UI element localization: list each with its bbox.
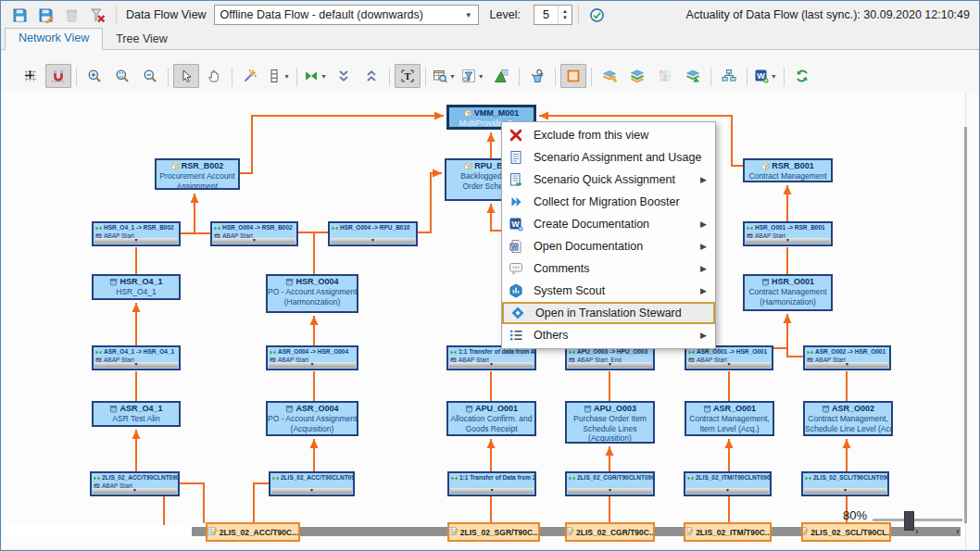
spinner-arrows[interactable]: ▲▼: [558, 6, 572, 24]
transformation-t14[interactable]: 2LIS_02_CGR/T90CLNT090 ->...▼: [565, 471, 655, 496]
chevron-down-icon[interactable]: ▼: [771, 73, 777, 80]
collapse-bar[interactable]: ▼: [806, 362, 888, 368]
zoom-slider-track[interactable]: [873, 519, 962, 521]
layers-button[interactable]: [624, 64, 650, 88]
node-asr_o4_1[interactable]: ASR_O4_1ASR Test Alin: [92, 401, 181, 427]
menu-item-scenario-assignment-and-usage[interactable]: Scenario Assignment and Usage: [502, 146, 715, 169]
level-spinner[interactable]: 5 ▲▼: [534, 5, 572, 25]
collapse-bar[interactable]: ▼: [450, 488, 534, 494]
pan-hand-button[interactable]: [201, 64, 227, 88]
collapse-bar[interactable]: ▼: [746, 238, 830, 244]
datasource-d1[interactable]: 2LIS_02_ACC/T90C...: [206, 522, 300, 542]
collapse-up-button[interactable]: [358, 64, 384, 88]
transformation-t16[interactable]: 2LIS_02_SCL/T90CLNT090 ->...▼: [801, 471, 889, 496]
spinner-down-icon[interactable]: ▼: [562, 15, 568, 21]
collapse-bar[interactable]: ▼: [269, 362, 356, 368]
chart-triangle-button[interactable]: [488, 64, 514, 88]
color-grid-button[interactable]: [652, 64, 678, 88]
transformation-t10[interactable]: ASR_O002 -> HSR_O001ABAP Start▼: [803, 345, 891, 370]
word-export-button[interactable]: W▼: [752, 64, 779, 88]
transformation-t3[interactable]: HSR_O004 -> RPU_B010▼: [328, 221, 418, 246]
chevron-down-icon[interactable]: ▼: [283, 73, 290, 80]
node-hsr_o001[interactable]: HSR_O001Contract Management(Harmonizatio…: [743, 274, 833, 311]
node-asr_o002[interactable]: ASR_O002Contract Management,Schedule Lin…: [803, 401, 893, 436]
node-asr_o001[interactable]: ASR_O001Contract Management,Item Level (…: [685, 401, 774, 436]
refresh-button[interactable]: [789, 64, 815, 88]
node-asr_o004[interactable]: ASR_O004PO - Account Assignment(Acquisit…: [266, 401, 358, 436]
actuality-clock-icon[interactable]: [586, 4, 609, 26]
datasource-d2[interactable]: 2LIS_02_SGR/T90C...: [447, 522, 540, 542]
node-rsr_b002[interactable]: RSR_B002Procurement AccountAssignment: [155, 158, 240, 190]
table-search-button[interactable]: ▼: [431, 64, 458, 88]
transformation-t13[interactable]: 1:1 Transfer of Data from 2LIS...▼: [447, 471, 536, 496]
chevron-down-icon[interactable]: ▼: [449, 73, 456, 80]
transformation-t6[interactable]: ASR_O004 -> HSR_O004ABAP Start▼: [266, 345, 358, 370]
grid-snap-button[interactable]: [18, 64, 44, 88]
collapse-bar[interactable]: ▼: [213, 238, 295, 244]
menu-item-comments[interactable]: Comments▶: [502, 257, 715, 280]
zoom-in-button[interactable]: [82, 64, 107, 88]
menu-item-open-in-translation-steward[interactable]: Open in Translation Steward: [502, 302, 715, 324]
transformation-button[interactable]: ▼: [302, 64, 329, 88]
vertical-scrollbar[interactable]: [964, 127, 967, 523]
filter-button[interactable]: ▼: [459, 64, 486, 88]
magic-wand-button[interactable]: [237, 64, 263, 88]
spinner-up-icon[interactable]: ▲: [562, 8, 568, 15]
system-scout-button[interactable]: [524, 64, 550, 88]
tab-tree-view[interactable]: Tree View: [103, 30, 181, 50]
magnet-button[interactable]: [45, 64, 71, 88]
zoom-fit-button[interactable]: [109, 64, 135, 88]
delete-x-button[interactable]: [86, 4, 108, 26]
chevron-down-icon[interactable]: ▼: [478, 73, 484, 80]
menu-item-create-documentation[interactable]: WCreate Documentation▶: [502, 213, 715, 235]
collapse-bar[interactable]: ▼: [271, 488, 352, 494]
datasource-d4[interactable]: 2LIS_02_ITM/T90C...: [684, 522, 772, 542]
collapse-bar[interactable]: ▼: [94, 238, 178, 244]
save-edit-button[interactable]: [34, 4, 57, 26]
menu-item-system-scout[interactable]: System Scout▶: [502, 280, 715, 302]
filmstrip-button[interactable]: ▼: [265, 64, 292, 88]
collapse-bar[interactable]: ▼: [804, 488, 886, 494]
text-mode-button[interactable]: T: [395, 64, 421, 88]
menu-item-exclude-from-this-view[interactable]: Exclude from this view: [502, 124, 715, 146]
transformation-t11[interactable]: 2LIS_02_ACC/T90CLNT090 ->...ABAP Start▼: [90, 471, 180, 496]
cursor-button[interactable]: [173, 64, 199, 88]
expand-down-button[interactable]: [331, 64, 357, 88]
node-apu_o003[interactable]: APU_O003Purchase Order ItemSchedule Line…: [565, 401, 655, 444]
vertical-scrollbar-track[interactable]: [965, 92, 978, 549]
zoom-out-button[interactable]: [137, 64, 163, 88]
collapse-bar[interactable]: ▼: [568, 362, 652, 368]
transformation-t15[interactable]: 2LIS_02_ITM/T90CLNT090 ->...▼: [684, 471, 772, 496]
collapse-bar[interactable]: ▼: [568, 488, 652, 494]
transformation-t2[interactable]: HSR_O004 -> RSR_B002ABAP Start▼: [210, 221, 298, 246]
menu-item-scenario-quick-assignment[interactable]: Scenario Quick Assignment▶: [502, 169, 715, 191]
transformation-t9[interactable]: ASR_O001 -> HSR_O001ABAP Start▼: [685, 345, 773, 370]
layers-edit-button[interactable]: [597, 64, 622, 88]
tab-network-view[interactable]: Network View: [5, 28, 103, 50]
layers-export-button[interactable]: [680, 64, 706, 88]
menu-item-collect-for-migration-booster[interactable]: Collect for Migration Booster: [502, 191, 715, 213]
data-flow-dropdown[interactable]: Offline Data Flow - default (downwards) …: [214, 5, 479, 25]
collapse-bar[interactable]: ▼: [687, 362, 771, 368]
collapse-bar[interactable]: ▼: [93, 488, 177, 494]
collapse-bar[interactable]: ▼: [94, 362, 178, 368]
transformation-t5[interactable]: ASR_O4_1 -> HSR_O4_1ABAP Start▼: [92, 345, 181, 370]
org-tree-button[interactable]: [716, 64, 742, 88]
orange-frame-button[interactable]: [560, 64, 586, 88]
collapse-bar[interactable]: ▼: [449, 362, 534, 368]
save-button[interactable]: [8, 4, 31, 26]
zoom-slider-thumb[interactable]: [904, 511, 914, 531]
menu-item-others[interactable]: Others▶: [502, 324, 715, 346]
node-apu_o001[interactable]: APU_O001Allocation Confirm. andGoods Rec…: [446, 401, 536, 436]
node-rsr_b001[interactable]: RSR_B001Contract Management: [743, 158, 833, 182]
chevron-down-icon[interactable]: ▼: [320, 73, 327, 80]
menu-item-open-documentation[interactable]: WOpen Documentation▶: [502, 235, 715, 257]
transformation-t8[interactable]: APU_O003 -> HPU_O003ABAP Start, End▼: [565, 345, 655, 370]
node-hsr_o4_1[interactable]: HSR_O4_1HSR_O4_1: [92, 274, 181, 300]
transformation-t1[interactable]: HSR_O4_1 -> RSR_B002ABAP Start▼: [92, 221, 181, 246]
collapse-bar[interactable]: ▼: [686, 488, 769, 494]
node-hsr_o004[interactable]: HSR_O004PO - Account Assignment(Harmoniz…: [266, 274, 358, 313]
datasource-d3[interactable]: 2LIS_02_CGR/T90C...: [565, 522, 655, 542]
transformation-t12[interactable]: 2LIS_02_ACC/T90CLNT090 ->...▼: [269, 471, 355, 496]
transformation-t4[interactable]: HSR_O001 -> RSR_B001ABAP Start▼: [743, 221, 833, 246]
